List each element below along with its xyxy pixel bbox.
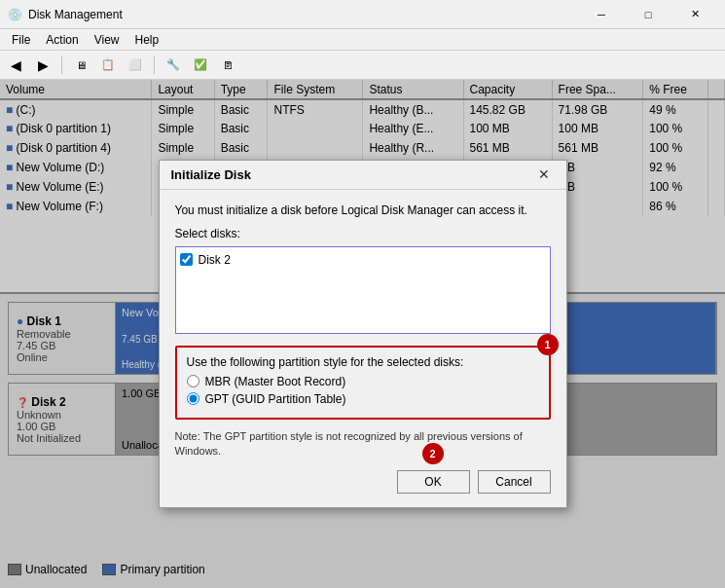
minimize-button[interactable]: ─ <box>579 5 624 24</box>
gpt-radio[interactable] <box>187 392 199 405</box>
app-icon: 💿 <box>8 8 22 21</box>
menu-view[interactable]: View <box>87 31 127 49</box>
title-bar: 💿 Disk Management ─ □ ✕ <box>0 0 725 29</box>
disk-2-item-label: Disk 2 <box>199 253 231 267</box>
select-disks-label: Select disks: <box>175 227 551 240</box>
step-1-badge: 1 <box>537 334 559 355</box>
gpt-label: GPT (GUID Partition Table) <box>205 392 346 406</box>
ok-button[interactable]: OK <box>397 470 470 494</box>
toolbar-btn-6[interactable]: 🔧 <box>162 55 185 76</box>
main-content: Volume Layout Type File System Status Ca… <box>0 80 725 588</box>
window-title: Disk Management <box>28 8 123 21</box>
mbr-option: MBR (Master Boot Record) <box>187 375 539 388</box>
toolbar-btn-5[interactable]: ⬜ <box>124 55 147 76</box>
menu-action[interactable]: Action <box>38 31 86 49</box>
disk-list-box: Disk 2 <box>175 246 551 334</box>
partition-style-box: Use the following partition style for th… <box>175 346 551 420</box>
dialog-description: You must initialize a disk before Logica… <box>175 203 551 217</box>
menu-bar: File Action View Help <box>0 29 725 51</box>
dialog-title-bar: Initialize Disk ✕ <box>160 161 566 190</box>
menu-file[interactable]: File <box>4 31 38 49</box>
dialog-close-button[interactable]: ✕ <box>533 164 555 185</box>
dialog-body: You must initialize a disk before Logica… <box>160 190 566 508</box>
disk-2-checkbox[interactable] <box>180 253 193 266</box>
title-bar-left: 💿 Disk Management <box>8 8 123 21</box>
partition-style-label: Use the following partition style for th… <box>187 355 539 369</box>
forward-button[interactable]: ▶ <box>31 55 54 76</box>
step-2-badge: 2 <box>422 443 444 464</box>
toolbar-btn-8[interactable]: 🖹 <box>216 55 239 76</box>
toolbar-btn-3[interactable]: 🖥 <box>69 55 92 76</box>
initialize-disk-dialog: Initialize Disk ✕ You must initialize a … <box>159 160 567 509</box>
toolbar-btn-7[interactable]: ✅ <box>189 55 212 76</box>
toolbar: ◀ ▶ 🖥 📋 ⬜ 🔧 ✅ 🖹 <box>0 51 725 80</box>
title-bar-controls: ─ □ ✕ <box>579 5 717 24</box>
mbr-label: MBR (Master Boot Record) <box>205 375 346 388</box>
dialog-footer: 2 OK Cancel <box>175 470 551 494</box>
mbr-radio[interactable] <box>187 375 199 387</box>
back-button[interactable]: ◀ <box>4 55 27 76</box>
toolbar-btn-4[interactable]: 📋 <box>96 55 120 76</box>
dialog-title-text: Initialize Disk <box>171 167 251 182</box>
maximize-button[interactable]: □ <box>626 5 671 24</box>
toolbar-separator-1 <box>61 56 62 74</box>
menu-help[interactable]: Help <box>127 31 167 49</box>
disk-list-item-2: Disk 2 <box>180 251 546 269</box>
gpt-option: GPT (GUID Partition Table) <box>187 392 539 406</box>
note-text: Note: The GPT partition style is not rec… <box>175 429 551 459</box>
toolbar-separator-2 <box>154 56 155 74</box>
cancel-button[interactable]: Cancel <box>478 470 551 494</box>
modal-overlay: Initialize Disk ✕ You must initialize a … <box>0 80 725 588</box>
close-button[interactable]: ✕ <box>672 5 717 24</box>
